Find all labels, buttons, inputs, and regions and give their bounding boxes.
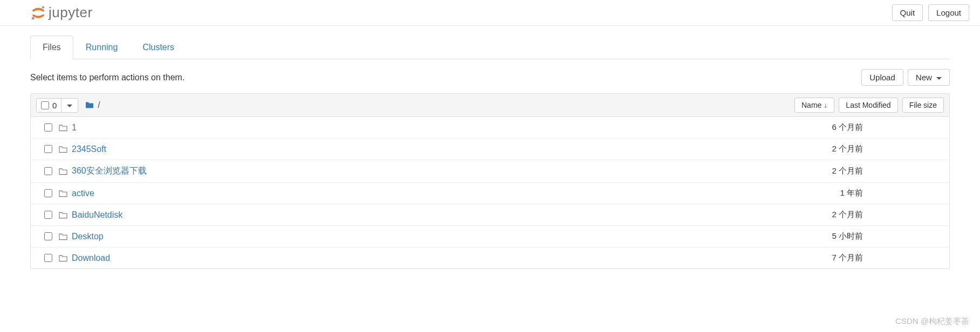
- folder-icon: [58, 233, 68, 240]
- svg-point-1: [32, 17, 35, 19]
- folder-icon: [85, 101, 94, 109]
- row-modified: 1 年前: [804, 188, 890, 198]
- select-dropdown-toggle[interactable]: [61, 99, 78, 112]
- row-checkbox[interactable]: [44, 254, 52, 262]
- select-all-group: 0: [36, 98, 78, 113]
- main-container: Files Running Clusters Select items to p…: [0, 36, 980, 269]
- header: jupyter Quit Logout: [0, 0, 980, 26]
- file-row: Desktop 5 小时前: [31, 226, 949, 247]
- row-checkbox-wrap: [36, 254, 56, 262]
- logout-button[interactable]: Logout: [928, 4, 969, 21]
- upload-button[interactable]: Upload: [861, 69, 903, 86]
- jupyter-logo[interactable]: jupyter: [30, 4, 93, 21]
- tabs: Files Running Clusters: [30, 36, 950, 59]
- tab-files[interactable]: Files: [30, 36, 73, 59]
- quit-button[interactable]: Quit: [892, 4, 923, 21]
- tab-running[interactable]: Running: [73, 36, 131, 59]
- folder-icon: [58, 211, 68, 219]
- arrow-down-icon: ↓: [824, 101, 827, 109]
- folder-icon: [58, 146, 68, 153]
- row-name-link[interactable]: BaiduNetdisk: [71, 210, 804, 220]
- row-folder-icon-wrap: [56, 233, 71, 240]
- breadcrumb-root: /: [98, 100, 100, 110]
- svg-point-0: [42, 6, 45, 9]
- sort-size-button[interactable]: File size: [902, 98, 944, 113]
- file-row: 1 6 个月前: [31, 117, 949, 139]
- row-folder-icon-wrap: [56, 124, 71, 132]
- file-row: Download 7 个月前: [31, 247, 949, 268]
- row-folder-icon-wrap: [56, 168, 71, 175]
- file-row: 2345Soft 2 个月前: [31, 139, 949, 160]
- row-checkbox[interactable]: [44, 211, 52, 219]
- row-checkbox-wrap: [36, 232, 56, 240]
- file-row: active 1 年前: [31, 183, 949, 204]
- row-checkbox-wrap: [36, 189, 56, 197]
- file-row: BaiduNetdisk 2 个月前: [31, 204, 949, 226]
- row-name-link[interactable]: 360安全浏览器下载: [71, 165, 804, 177]
- folder-icon: [58, 190, 68, 197]
- row-checkbox[interactable]: [44, 189, 52, 197]
- row-checkbox-wrap: [36, 123, 56, 132]
- select-all-checkbox[interactable]: [41, 101, 49, 109]
- caret-down-icon: [67, 105, 72, 107]
- row-modified: 6 个月前: [804, 122, 890, 133]
- jupyter-logo-text: jupyter: [49, 4, 93, 21]
- new-button-label: New: [916, 73, 932, 82]
- header-buttons: Quit Logout: [892, 4, 969, 21]
- folder-icon: [58, 124, 68, 132]
- select-all-wrap: 0: [37, 99, 61, 112]
- folder-icon: [58, 168, 68, 175]
- toolbar-right: Upload New: [861, 69, 950, 86]
- row-folder-icon-wrap: [56, 211, 71, 219]
- row-folder-icon-wrap: [56, 254, 71, 262]
- row-checkbox[interactable]: [44, 232, 52, 240]
- sort-name-label: Name: [801, 101, 821, 109]
- row-name-link[interactable]: 2345Soft: [71, 144, 804, 154]
- row-checkbox-wrap: [36, 211, 56, 219]
- row-name-link[interactable]: Desktop: [71, 232, 804, 241]
- row-name-link[interactable]: 1: [71, 123, 804, 133]
- row-checkbox[interactable]: [44, 145, 52, 153]
- toolbar-hint: Select items to perform actions on them.: [30, 73, 184, 82]
- selected-count: 0: [52, 101, 57, 110]
- file-list: 1 6 个月前 2345Soft 2 个月前 360安全浏览器下载 2 个月前: [30, 117, 950, 269]
- sort-name-button[interactable]: Name ↓: [794, 98, 834, 113]
- row-checkbox[interactable]: [44, 167, 52, 175]
- file-row: 360安全浏览器下载 2 个月前: [31, 160, 949, 183]
- row-folder-icon-wrap: [56, 146, 71, 153]
- row-modified: 7 个月前: [804, 253, 890, 263]
- row-modified: 2 个月前: [804, 210, 890, 220]
- jupyter-logo-icon: [30, 5, 46, 21]
- row-modified: 2 个月前: [804, 144, 890, 154]
- row-modified: 5 小时前: [804, 231, 890, 241]
- list-header: 0 / Name ↓ Last Modified File size: [30, 93, 950, 117]
- row-checkbox-wrap: [36, 145, 56, 153]
- toolbar: Select items to perform actions on them.…: [30, 59, 950, 93]
- folder-icon: [58, 254, 68, 262]
- new-button[interactable]: New: [908, 69, 950, 86]
- row-name-link[interactable]: Download: [71, 253, 804, 263]
- row-checkbox-wrap: [36, 167, 56, 175]
- caret-down-icon: [936, 77, 942, 80]
- row-name-link[interactable]: active: [71, 189, 804, 198]
- tab-clusters[interactable]: Clusters: [130, 36, 187, 59]
- sort-modified-button[interactable]: Last Modified: [839, 98, 897, 113]
- breadcrumb[interactable]: /: [85, 100, 100, 110]
- row-folder-icon-wrap: [56, 190, 71, 197]
- row-modified: 2 个月前: [804, 166, 890, 176]
- row-checkbox[interactable]: [44, 123, 52, 132]
